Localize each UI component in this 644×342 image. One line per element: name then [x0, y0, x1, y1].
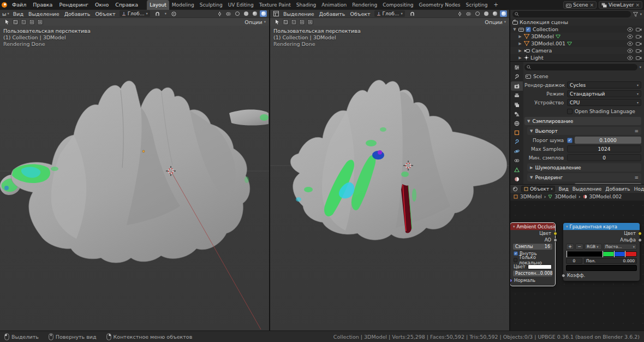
select-mode-intersect-icon[interactable]: [37, 19, 43, 25]
select-mode-extend-icon[interactable]: [291, 19, 297, 25]
show-gizmo-icon[interactable]: [456, 10, 463, 17]
select-mode-intersect-icon[interactable]: [307, 19, 313, 25]
disclosure-triangle-icon[interactable]: ▶: [518, 49, 522, 53]
add-workspace-button[interactable]: +: [491, 0, 502, 10]
viewport-canvas-right[interactable]: Пользовательская перспектива (1) Collect…: [270, 26, 509, 331]
disable-render-camera-icon[interactable]: [636, 27, 642, 32]
render-panel-header[interactable]: ▼ Рендеринг ≡: [527, 173, 641, 181]
transform-orientation-dropdown[interactable]: Глоб... ▾: [120, 10, 150, 17]
viewlayer-remove-icon[interactable]: ×: [635, 2, 640, 8]
collapse-node-icon[interactable]: ▾: [513, 225, 515, 229]
ao-inside-checkbox[interactable]: ✓: [514, 251, 518, 256]
max-samples-field[interactable]: 1024: [567, 145, 641, 152]
scene-selector[interactable]: Scene ×: [563, 1, 597, 9]
outliner-row-light[interactable]: ▶ Light: [510, 54, 644, 61]
workspace-tab[interactable]: Scripting: [463, 0, 491, 10]
transform-orientation-dropdown[interactable]: Глоб... ▾: [374, 10, 405, 17]
proportional-edit-icon[interactable]: [170, 10, 177, 17]
menu-item[interactable]: Окно: [92, 0, 112, 10]
scene-unlink-icon[interactable]: ×: [589, 2, 594, 8]
snap-magnet-icon[interactable]: [154, 10, 161, 17]
add-stop-button[interactable]: +: [566, 244, 574, 250]
viewport-canvas-left[interactable]: Пользовательская перспектива (1) Collect…: [0, 26, 269, 331]
node-header[interactable]: ▾ Ambient Occlusion: [510, 223, 555, 230]
socket-alpha-output[interactable]: [638, 238, 642, 242]
feature-set-dropdown[interactable]: Стандартный▾: [567, 90, 641, 97]
select-mode-subtract-icon[interactable]: [299, 19, 305, 25]
active-tool-icon[interactable]: [3, 19, 10, 25]
outliner-row-3dmodel[interactable]: ▶ 3DModel: [510, 33, 644, 40]
shader-type-dropdown[interactable]: Объект ▾: [521, 186, 555, 192]
render-engine-dropdown[interactable]: Cycles▾: [567, 81, 641, 89]
show-gizmo-icon[interactable]: [216, 10, 223, 17]
color-mode-dropdown[interactable]: RGB▾: [585, 244, 602, 250]
workspace-tab[interactable]: Shading: [294, 0, 319, 10]
mode-dropdown[interactable]: ы▾: [2, 11, 9, 17]
viewport-menu-item[interactable]: Добавить: [64, 11, 91, 17]
modifier-properties-tab[interactable]: [511, 137, 523, 146]
stop-index-field[interactable]: 0: [566, 258, 582, 264]
osl-checkbox[interactable]: [567, 109, 573, 114]
disclosure-triangle-icon[interactable]: ▶: [518, 34, 522, 39]
ramp-stop-handle[interactable]: [567, 251, 567, 257]
noise-threshold-field[interactable]: 0.1000: [575, 137, 641, 144]
tool-options-dropdown[interactable]: Опции▾: [245, 19, 266, 25]
disable-render-camera-icon[interactable]: [636, 42, 642, 46]
ao-color-swatch[interactable]: [528, 264, 552, 269]
device-dropdown[interactable]: CPU▾: [567, 99, 641, 106]
interpolation-dropdown[interactable]: Посто...▾: [603, 244, 637, 250]
constraint-properties-tab[interactable]: [511, 156, 523, 165]
hide-eye-icon[interactable]: [627, 27, 633, 32]
material-properties-tab[interactable]: [511, 174, 523, 184]
stop-position-field[interactable]: Пол. 0.000: [584, 258, 637, 264]
workspace-tab[interactable]: Layout: [147, 0, 169, 10]
denoise-panel-header[interactable]: ▶ Шумоподавление: [527, 163, 641, 172]
menu-item[interactable]: Рендеринг: [56, 0, 92, 10]
workspace-tab[interactable]: Geometry Nodes: [416, 0, 463, 10]
workspace-tab[interactable]: UV Editing: [225, 0, 257, 10]
chevron-down-icon[interactable]: ▾: [165, 11, 166, 16]
viewlayer-selector[interactable]: ViewLayer ×: [599, 1, 642, 9]
viewport-menu-item[interactable]: Выделение: [283, 11, 314, 17]
select-mode-extend-icon[interactable]: [21, 19, 27, 25]
viewport-3d-right[interactable]: ВыделениеДобавитьОбъект Глоб... ▾: [270, 10, 509, 331]
disable-render-camera-icon[interactable]: [636, 49, 642, 53]
node-color-ramp[interactable]: ▾ Градиентная карта Цвет Альфа + − RGB▾ …: [563, 223, 640, 281]
workspace-tab[interactable]: Compositing: [380, 0, 416, 10]
select-mode-new-icon[interactable]: [13, 19, 19, 25]
shading-rendered-icon[interactable]: [500, 10, 507, 17]
colorramp-gradient[interactable]: [566, 251, 637, 257]
node-ambient-occlusion[interactable]: ▾ Ambient Occlusion Цвет AO Сэмплы16 ✓ В…: [510, 223, 555, 286]
sampling-panel-header[interactable]: ▼ Сэмплирование: [524, 117, 641, 125]
collection-checkbox[interactable]: ✓: [526, 27, 531, 32]
stop-color-swatch[interactable]: [566, 265, 637, 271]
ao-distance-field[interactable]: Расстоян...0.008: [513, 270, 552, 276]
min-samples-field[interactable]: 0: [567, 154, 641, 161]
remove-stop-button[interactable]: −: [575, 244, 583, 250]
noise-threshold-checkbox[interactable]: ✓: [567, 138, 573, 143]
viewport-menu-item[interactable]: Добавить: [319, 11, 345, 17]
render-properties-tab[interactable]: [511, 81, 523, 91]
panel-menu-icon[interactable]: ≡: [634, 175, 639, 180]
select-mode-subtract-icon[interactable]: [29, 19, 35, 25]
tool-properties-tab[interactable]: [511, 72, 523, 81]
disclosure-triangle-icon[interactable]: ▶: [518, 56, 522, 60]
workspace-tab[interactable]: Rendering: [349, 0, 380, 10]
workspace-tab[interactable]: Sculpting: [197, 0, 225, 10]
viewport-menu-item[interactable]: Вид: [13, 11, 23, 17]
blender-logo-icon[interactable]: [0, 0, 9, 10]
outliner-search-input[interactable]: [512, 11, 631, 17]
shader-menu-item[interactable]: Выделение: [573, 186, 602, 192]
shading-wireframe-icon[interactable]: [234, 10, 241, 17]
workspace-tab[interactable]: Animation: [319, 0, 349, 10]
ao-samples-field[interactable]: Сэмплы16: [513, 244, 552, 250]
shading-material-icon[interactable]: [491, 10, 498, 17]
outliner-row-collection[interactable]: ▼ ✓ Collection: [510, 26, 644, 33]
menu-item[interactable]: Справка: [112, 0, 141, 10]
outliner-row-3dmodel-001[interactable]: ▶ 3DModel.001: [510, 40, 644, 47]
output-properties-tab[interactable]: [511, 91, 523, 100]
shader-menu-item[interactable]: Вид: [558, 186, 568, 192]
workspace-tab[interactable]: Modeling: [169, 0, 197, 10]
shading-solid-icon[interactable]: [242, 10, 249, 17]
shading-solid-icon[interactable]: [482, 10, 490, 17]
